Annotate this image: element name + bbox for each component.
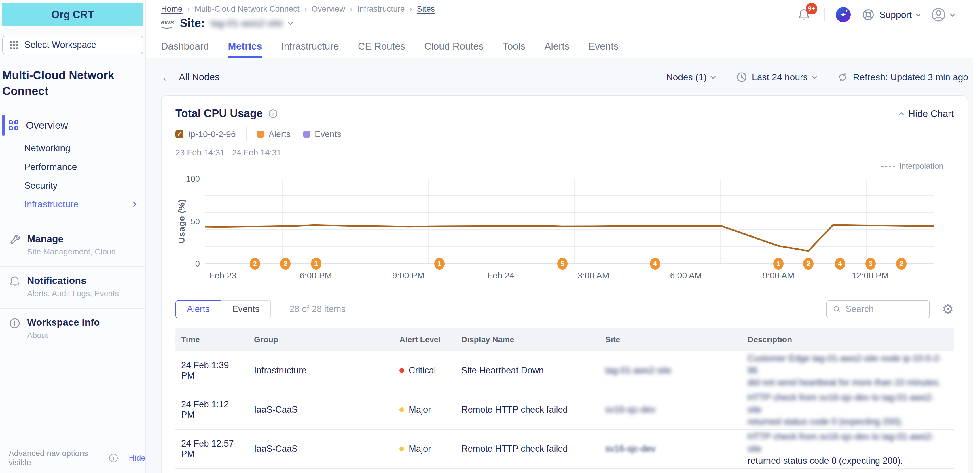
tab-tools[interactable]: Tools: [503, 41, 525, 59]
node-series-checkbox[interactable]: ✓: [175, 130, 183, 138]
header-actions: 9+ ✦ ✦ Support: [798, 6, 955, 23]
sidebar-item-infrastructure[interactable]: Infrastructure: [0, 195, 145, 214]
support-menu[interactable]: Support: [862, 8, 920, 21]
breadcrumb-item-sites[interactable]: Sites: [417, 4, 435, 14]
column-header-site[interactable]: Site: [600, 335, 742, 344]
x-axis-tick: 6:00 AM: [670, 271, 702, 280]
tab-metrics[interactable]: Metrics: [228, 41, 262, 59]
cell-site: sv16-sjc-dev: [600, 405, 742, 415]
y-axis-tick: 0: [195, 259, 200, 268]
cell-description: HTTP check from sv16-sjc-dev to tag-01-a…: [742, 392, 954, 428]
refresh-icon: [837, 71, 848, 83]
tab-alerts[interactable]: Alerts: [175, 300, 221, 318]
user-menu[interactable]: [931, 7, 955, 22]
alerts-events-segmented-control: Alerts Events: [175, 300, 271, 318]
breadcrumb-separator: ›: [187, 4, 190, 14]
back-arrow-icon: ←: [161, 71, 173, 83]
tab-events[interactable]: Events: [589, 41, 618, 59]
main-body: ← All Nodes Nodes (1) Last 24 hours: [146, 59, 973, 473]
info-icon[interactable]: [268, 108, 278, 119]
dashed-line-icon: [881, 165, 895, 167]
advanced-nav-text: Advanced nav options visible: [9, 449, 105, 467]
sidebar-overview-label: Overview: [26, 119, 68, 131]
breadcrumb-item-infrastructure[interactable]: Infrastructure: [357, 4, 405, 14]
divider: [246, 127, 247, 141]
chevron-down-icon[interactable]: [288, 19, 293, 25]
column-header-time[interactable]: Time: [175, 335, 248, 344]
tab-infrastructure[interactable]: Infrastructure: [281, 41, 339, 59]
tab-alerts[interactable]: Alerts: [544, 41, 570, 59]
hide-nav-link[interactable]: Hide: [129, 454, 145, 463]
table-row[interactable]: 24 Feb 12:57 PMIaaS-CaaSMajorRemote HTTP…: [175, 430, 954, 469]
divider: [824, 8, 825, 21]
legend-events-label: Events: [315, 129, 341, 139]
sidebar-item-label: Security: [24, 180, 57, 191]
section-title: Notifications: [27, 275, 119, 286]
time-range-dropdown[interactable]: Last 24 hours: [736, 71, 816, 83]
x-axis-tick: 6:00 PM: [300, 271, 332, 280]
sidebar-item-label: Performance: [24, 162, 77, 172]
main-header: Home›Multi-Cloud Network Connect›Overvie…: [146, 0, 973, 59]
refresh-button[interactable]: Refresh: Updated 3 min ago: [837, 71, 968, 83]
sparkle-small-icon: ✦: [845, 9, 848, 13]
column-header-description[interactable]: Description: [742, 335, 954, 344]
tab-ce-routes[interactable]: CE Routes: [358, 41, 405, 59]
scrollbar-gutter[interactable]: [973, 0, 980, 473]
alert-level-dot: [399, 446, 404, 451]
chart-date-range: 23 Feb 14:31 - 24 Feb 14:31: [175, 148, 954, 157]
app-root: Org CRT Select Workspace Multi-Cloud Net…: [0, 0, 980, 473]
column-header-display-name[interactable]: Display Name: [456, 335, 600, 344]
x-axis-labels: Feb 236:00 PM9:00 PMFeb 243:00 AM6:00 AM…: [205, 264, 934, 284]
items-count: 28 of 28 items: [290, 304, 345, 314]
wrench-icon: [9, 233, 21, 257]
back-all-nodes-button[interactable]: ← All Nodes: [161, 71, 220, 83]
notifications-bell-button[interactable]: 9+: [798, 6, 813, 23]
sidebar-section-workspace-info[interactable]: Workspace InfoAbout: [0, 309, 145, 350]
site-value-redacted[interactable]: tag-01-aws2-site: [210, 17, 283, 29]
alert-level-dot: [399, 407, 404, 412]
tab-cloud-routes[interactable]: Cloud Routes: [424, 41, 484, 59]
x-axis-tick: 9:00 AM: [762, 271, 794, 280]
legend-events[interactable]: Events: [303, 129, 341, 139]
nodes-dropdown[interactable]: Nodes (1): [666, 72, 715, 83]
column-header-alert-level[interactable]: Alert Level: [394, 335, 456, 344]
tab-dashboard[interactable]: Dashboard: [161, 41, 209, 59]
column-header-group[interactable]: Group: [248, 335, 394, 344]
tab-bar: DashboardMetricsInfrastructureCE RoutesC…: [161, 41, 956, 59]
table-row[interactable]: 24 Feb 1:12 PMIaaS-CaaSMajorRemote HTTP …: [175, 390, 954, 430]
breadcrumb-item-multi-cloud-network-connect[interactable]: Multi-Cloud Network Connect: [195, 4, 299, 14]
ai-assistant-button[interactable]: ✦ ✦: [836, 7, 851, 22]
active-indicator: [2, 114, 5, 136]
select-workspace-label: Select Workspace: [24, 40, 96, 50]
cell-display-name: Site Heartbeat Down: [456, 365, 600, 376]
x-axis-tick: 3:00 AM: [578, 271, 609, 280]
sidebar-section-manage[interactable]: ManageSite Management, Cloud ...: [0, 225, 145, 267]
description-line-redacted: Customer Edge tag-01-aws2-site node ip-1…: [748, 352, 944, 376]
sidebar-item-networking[interactable]: Networking: [0, 139, 145, 157]
breadcrumb-separator: ›: [304, 4, 307, 14]
cell-description: HTTP check from sv16-sjc-dev to tag-01-a…: [742, 431, 954, 467]
tab-events[interactable]: Events: [221, 300, 271, 318]
product-title: Multi-Cloud Network Connect: [2, 67, 143, 99]
select-workspace-button[interactable]: Select Workspace: [2, 36, 143, 54]
cpu-usage-plot[interactable]: Usage (%) 10050022115412432: [205, 179, 934, 264]
sidebar-item-overview[interactable]: Overview: [0, 114, 145, 136]
section-subtitle: About: [27, 331, 100, 340]
sidebar-item-security[interactable]: Security: [0, 176, 145, 195]
gear-icon[interactable]: ⚙: [942, 303, 954, 316]
site-value-redacted: sv16-sjc-dev: [605, 444, 655, 454]
legend-alerts[interactable]: Alerts: [257, 129, 291, 139]
cell-time: 24 Feb 1:39 PM: [175, 360, 248, 381]
chevron-down-icon: [915, 11, 921, 16]
breadcrumb-item-home[interactable]: Home: [161, 4, 183, 14]
sidebar-section-notifications[interactable]: NotificationsAlerts, Audit Logs, Events: [0, 267, 145, 309]
hide-chart-button[interactable]: Hide Chart: [899, 108, 954, 119]
chevron-down-icon: [710, 74, 716, 79]
description-line-redacted: HTTP check from sv16-sjc-dev to tag-01-a…: [748, 431, 944, 455]
chart-header: Total CPU Usage Hide Chart: [175, 107, 954, 120]
y-axis-title: Usage (%): [175, 179, 188, 264]
search-input[interactable]: [845, 304, 924, 314]
sidebar-item-performance[interactable]: Performance: [0, 157, 145, 176]
breadcrumb-item-overview[interactable]: Overview: [312, 4, 345, 14]
table-row[interactable]: 24 Feb 1:39 PMInfrastructureCriticalSite…: [175, 351, 954, 390]
